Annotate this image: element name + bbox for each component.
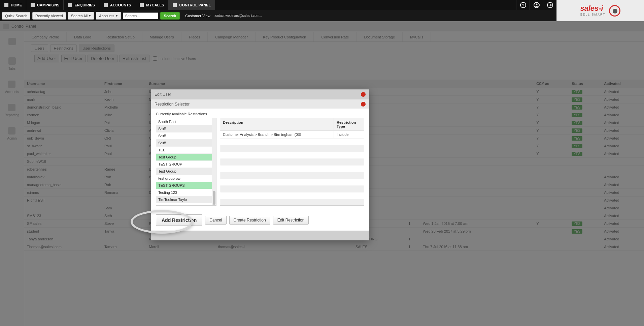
- accounts-select[interactable]: Accounts ▾: [96, 12, 121, 20]
- nav-home[interactable]: HOME: [0, 0, 26, 10]
- svg-rect-3: [104, 3, 108, 7]
- search-input[interactable]: [123, 12, 158, 19]
- svg-rect-4: [140, 3, 144, 7]
- scrollbar-thumb[interactable]: [213, 191, 215, 205]
- svg-rect-5: [173, 3, 177, 7]
- nav-enquiries[interactable]: ENQUIRIES: [64, 0, 99, 10]
- close-icon[interactable]: [361, 102, 366, 107]
- svg-rect-0: [4, 3, 8, 7]
- quick-search-button[interactable]: Quick Search: [2, 12, 30, 20]
- logout-icon[interactable]: [543, 0, 556, 10]
- list-item[interactable]: Test Group: [156, 168, 216, 175]
- brand-eye-icon: [609, 5, 620, 17]
- list-item[interactable]: Testing 123: [156, 189, 216, 196]
- search-bar: Quick Search Recently Viewed Search All …: [0, 10, 644, 21]
- empty-row: [220, 158, 364, 165]
- nav-control-panel[interactable]: CONTROL PANEL: [168, 0, 215, 10]
- empty-row: [220, 138, 364, 145]
- list-item[interactable]: TEST GROUP: [156, 161, 216, 168]
- search-scope-select[interactable]: Search All ▾: [68, 12, 94, 20]
- list-item[interactable]: South East: [156, 118, 216, 125]
- empty-row: [220, 192, 364, 199]
- cancel-button[interactable]: Cancel: [205, 216, 226, 225]
- edit-user-modal: Edit User Restriction Selector Currently…: [151, 89, 369, 240]
- edit-user-titlebar: Edit User: [151, 90, 369, 99]
- nav-campaigns[interactable]: CAMPAIGNS: [26, 0, 64, 10]
- list-item[interactable]: TEL: [156, 147, 216, 154]
- brand-logo: sales-i SELL SMART: [556, 0, 644, 21]
- empty-row: [220, 199, 364, 206]
- help-icon[interactable]: ?: [516, 0, 530, 10]
- empty-row: [220, 152, 364, 158]
- restriction-selector-title: Restriction Selector: [155, 102, 190, 107]
- list-item[interactable]: TEST GROUPS: [156, 182, 216, 189]
- list-item[interactable]: Stuff: [156, 132, 216, 140]
- edit-user-title: Edit User: [155, 92, 171, 97]
- home-icon: [4, 3, 9, 7]
- col-restriction-type: Restriction Type: [334, 118, 364, 130]
- list-item[interactable]: woz: [156, 203, 216, 206]
- create-restriction-button[interactable]: Create Restriction: [229, 216, 270, 225]
- svg-text:?: ?: [522, 3, 524, 7]
- empty-row: [220, 165, 364, 172]
- list-item[interactable]: test group pw: [156, 175, 216, 182]
- brand-tagline: SELL SMART: [580, 13, 606, 16]
- svg-rect-1: [31, 3, 35, 7]
- nav-mycalls[interactable]: MYCALLS: [135, 0, 168, 10]
- close-icon[interactable]: [361, 92, 366, 97]
- restriction-type: Include: [334, 131, 364, 138]
- modal-button-row: Add Restriction Cancel Create Restrictio…: [151, 210, 369, 231]
- list-item[interactable]: Stuff: [156, 140, 216, 147]
- mycalls-icon: [139, 3, 144, 7]
- edit-user-footer: [151, 231, 369, 240]
- customer-view-label[interactable]: Customer View: [185, 14, 210, 18]
- user-icon[interactable]: [530, 0, 543, 10]
- empty-row: [220, 145, 364, 152]
- list-item[interactable]: Test Group: [156, 154, 216, 161]
- search-button[interactable]: Search: [160, 12, 180, 20]
- enquiries-icon: [68, 3, 72, 7]
- chevron-down-icon: ▾: [116, 13, 118, 18]
- brand-name: sales-i: [580, 4, 603, 12]
- svg-point-9: [536, 4, 537, 5]
- add-restriction-button[interactable]: Add Restriction: [156, 214, 202, 226]
- chevron-down-icon: ▾: [89, 13, 91, 18]
- campaigns-icon: [30, 3, 35, 7]
- empty-row: [220, 185, 364, 192]
- restriction-description: Customer Analysis > Branch > Birmingham …: [220, 131, 334, 138]
- restriction-detail-grid: Description Restriction Type Customer An…: [220, 118, 364, 206]
- restrictions-listbox[interactable]: South EastStuffStuffStuffTELTest GroupTE…: [156, 118, 216, 206]
- edit-restriction-button[interactable]: Edit Restriction: [273, 216, 309, 225]
- accounts-icon: [103, 3, 108, 7]
- restriction-selector-titlebar: Restriction Selector: [151, 99, 369, 109]
- top-navbar: HOMECAMPAIGNSENQUIRIESACCOUNTSMYCALLSCON…: [0, 0, 644, 10]
- restriction-row[interactable]: Customer Analysis > Branch > Birmingham …: [220, 131, 364, 138]
- list-item[interactable]: Stuff: [156, 125, 216, 132]
- available-restrictions-label: Currently Available Restrictions: [156, 112, 364, 116]
- contact-info: :ontact webinars@sales-i.com...: [214, 14, 262, 18]
- empty-row: [220, 179, 364, 185]
- empty-row: [220, 172, 364, 179]
- scrollbar[interactable]: [212, 118, 216, 205]
- svg-rect-2: [68, 3, 72, 7]
- recently-viewed-button[interactable]: Recently Viewed: [32, 12, 66, 20]
- col-description: Description: [220, 118, 334, 130]
- control-panel-icon: [172, 3, 177, 7]
- list-item[interactable]: TimToolmanTaylo: [156, 196, 216, 203]
- nav-accounts[interactable]: ACCOUNTS: [99, 0, 135, 10]
